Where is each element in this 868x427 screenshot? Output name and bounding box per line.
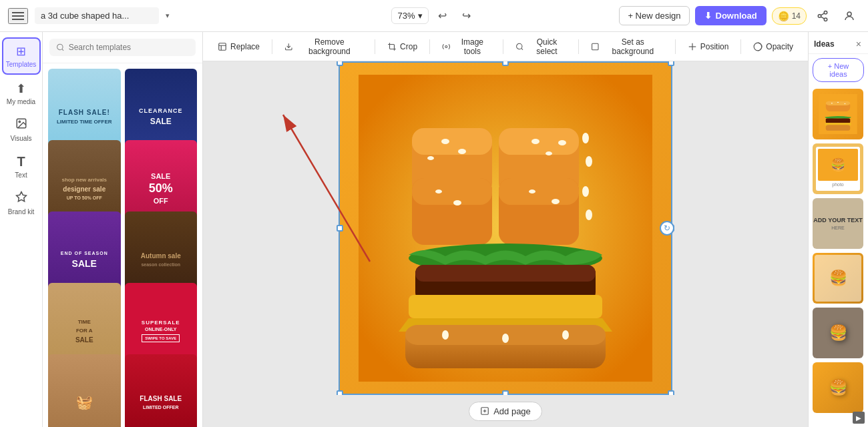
svg-point-54 <box>442 330 449 340</box>
hamburger-menu[interactable] <box>8 8 28 24</box>
sidebar-item-brand-kit[interactable]: Brand kit <box>2 185 41 221</box>
svg-rect-11 <box>219 43 226 50</box>
handle-bottom-mid[interactable] <box>502 390 509 395</box>
ideas-grid: 🍔 photo ADD YOUR TEXT HERE ▶ 🍔 <box>809 86 868 416</box>
svg-point-37 <box>546 151 552 155</box>
canvas-frame[interactable]: ↻ <box>339 61 672 395</box>
sidebar-item-visuals-label: Visuals <box>10 135 31 142</box>
sidebar-item-text-label: Text <box>15 171 27 179</box>
burger-image <box>340 63 671 394</box>
new-design-button[interactable]: + New design <box>619 6 689 25</box>
replace-icon <box>218 42 227 51</box>
design-title-input[interactable] <box>35 7 159 24</box>
share-button[interactable] <box>812 5 833 27</box>
templates-panel: FLASH SALE! LIMITED TIME OFFER CLEARANCE… <box>43 32 203 427</box>
sidebar-item-visuals[interactable]: Visuals <box>2 112 41 147</box>
crop-button[interactable]: Crop <box>381 39 424 55</box>
svg-point-56 <box>562 330 569 340</box>
top-bar: ▾ 73% ▾ ↩ ↪ + New design ⬇ Download 🪙 14 <box>0 0 868 32</box>
sidebar-item-templates[interactable]: ⊞ Templates <box>2 37 41 75</box>
quick-select-icon <box>515 42 524 51</box>
search-icon <box>56 43 65 52</box>
svg-line-4 <box>821 13 824 15</box>
svg-rect-32 <box>499 178 579 205</box>
rotate-handle[interactable]: ↻ <box>660 221 674 236</box>
svg-rect-50 <box>409 295 602 318</box>
canvas-wrapper: ↻ <box>203 61 808 395</box>
svg-line-15 <box>521 48 523 49</box>
svg-line-10 <box>62 49 63 50</box>
zoom-value: 73% <box>397 11 415 21</box>
visuals-icon <box>15 117 27 133</box>
idea-card[interactable]: ADD YOUR TEXT HERE ▶ <box>813 198 863 249</box>
toolbar-divider-6 <box>675 39 676 54</box>
title-dropdown-arrow[interactable]: ▾ <box>166 11 170 20</box>
handle-bottom-left[interactable] <box>337 390 343 395</box>
svg-point-7 <box>19 121 20 122</box>
image-tools-button[interactable]: Image tools <box>435 34 497 59</box>
idea-card[interactable]: 🍔 <box>813 308 863 358</box>
top-bar-right: + New design ⬇ Download 🪙 14 <box>483 5 860 27</box>
template-card[interactable]: 🧺 <box>48 354 121 427</box>
sidebar: ⊞ Templates ⬆ My media Visuals T Text Br… <box>0 32 43 427</box>
svg-point-64 <box>837 102 839 103</box>
set-background-button[interactable]: Set as background <box>584 34 670 59</box>
svg-point-1 <box>818 14 821 17</box>
svg-rect-66 <box>826 119 851 123</box>
handle-top-mid[interactable] <box>502 61 509 66</box>
remove-bg-button[interactable]: Remove background <box>278 34 369 59</box>
template-card[interactable]: FLASH SALE LIMITED OFFER <box>125 354 198 427</box>
opacity-button[interactable]: Opacity <box>746 39 800 55</box>
add-page-icon <box>480 406 489 416</box>
svg-point-42 <box>552 199 560 204</box>
redo-button[interactable]: ↪ <box>457 6 477 26</box>
main-layout: ⊞ Templates ⬆ My media Visuals T Text Br… <box>0 32 868 427</box>
download-button[interactable]: ⬇ Download <box>695 6 767 25</box>
sidebar-item-brand-kit-label: Brand kit <box>8 208 34 216</box>
coins-count: 14 <box>792 11 801 21</box>
set-bg-icon <box>591 42 600 51</box>
svg-point-45 <box>582 186 589 197</box>
toolbar-divider-7 <box>740 39 741 54</box>
search-input[interactable] <box>69 43 189 52</box>
burger-3d-svg <box>359 75 652 382</box>
profile-button[interactable] <box>839 5 860 27</box>
ideas-close-button[interactable]: × <box>855 37 863 51</box>
svg-point-14 <box>517 43 522 49</box>
position-button[interactable]: Position <box>681 39 736 55</box>
download-label: Download <box>716 11 757 21</box>
svg-point-35 <box>427 156 434 160</box>
handle-top-left[interactable] <box>337 61 343 66</box>
new-ideas-button[interactable]: + New ideas <box>813 58 864 82</box>
zoom-selector[interactable]: 73% ▾ <box>391 7 428 24</box>
sidebar-item-text[interactable]: T Text <box>2 149 41 184</box>
svg-rect-68 <box>826 125 851 130</box>
idea-card[interactable]: 🍔 photo <box>813 143 863 194</box>
position-label: Position <box>700 42 729 51</box>
quick-select-button[interactable]: Quick select <box>509 34 573 59</box>
new-design-label: + New design <box>628 11 680 21</box>
handle-mid-left[interactable] <box>337 225 343 232</box>
zoom-dropdown-icon: ▾ <box>418 11 423 21</box>
add-page-button[interactable]: Add page <box>469 402 542 421</box>
brand-kit-icon <box>15 191 27 206</box>
editor-toolbar: Replace Remove background Crop Image too… <box>203 32 808 61</box>
ideas-header: Ideas × <box>809 32 868 54</box>
toolbar-divider-5 <box>578 39 579 54</box>
svg-point-46 <box>586 209 592 220</box>
handle-top-right[interactable] <box>668 61 674 66</box>
sidebar-item-my-media[interactable]: ⬆ My media <box>2 76 41 111</box>
idea-card[interactable]: 🍔 <box>813 362 863 413</box>
add-page-bar: Add page <box>203 395 808 427</box>
position-icon <box>688 42 697 51</box>
svg-point-33 <box>441 139 449 144</box>
idea-card[interactable]: 🍔 <box>813 253 863 304</box>
idea-card[interactable] <box>813 89 863 139</box>
undo-button[interactable]: ↩ <box>433 6 453 26</box>
svg-point-38 <box>558 140 566 145</box>
new-ideas-label: + New ideas <box>819 62 858 78</box>
replace-label: Replace <box>230 42 260 51</box>
replace-button[interactable]: Replace <box>211 39 266 55</box>
handle-bottom-right[interactable] <box>668 390 674 395</box>
svg-rect-62 <box>826 101 851 105</box>
